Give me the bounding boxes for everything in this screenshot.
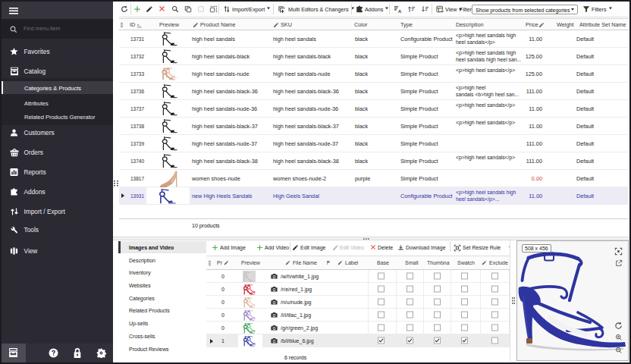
svg-text:A: A	[398, 9, 402, 13]
